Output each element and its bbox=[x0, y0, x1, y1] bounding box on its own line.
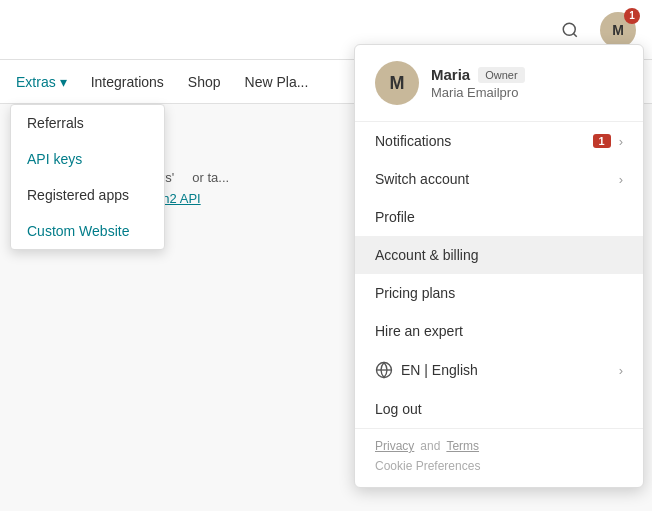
extras-dropdown: Referrals API keys Registered apps Custo… bbox=[10, 104, 165, 250]
menu-hire-expert[interactable]: Hire an expert bbox=[355, 312, 643, 350]
svg-point-0 bbox=[563, 23, 575, 35]
globe-icon bbox=[375, 361, 393, 379]
extras-registered-apps[interactable]: Registered apps bbox=[11, 177, 164, 213]
menu-account-billing[interactable]: Account & billing bbox=[355, 236, 643, 274]
panel-footer: Privacy and Terms Cookie Preferences bbox=[355, 428, 643, 487]
tab-new-plan[interactable]: New Pla... bbox=[245, 74, 309, 90]
notifications-count-badge: 1 bbox=[593, 134, 611, 148]
menu-profile[interactable]: Profile bbox=[355, 198, 643, 236]
footer-links: Privacy and Terms bbox=[375, 439, 623, 453]
privacy-link[interactable]: Privacy bbox=[375, 439, 414, 453]
user-panel-avatar: M bbox=[375, 61, 419, 105]
tab-extras[interactable]: Extras ▾ bbox=[16, 70, 67, 94]
user-name: Maria bbox=[431, 66, 470, 83]
user-panel: M Maria Owner Maria Emailpro Notificatio… bbox=[354, 44, 644, 488]
menu-notifications[interactable]: Notifications 1 › bbox=[355, 122, 643, 160]
user-avatar-button[interactable]: M 1 bbox=[600, 12, 636, 48]
chevron-right-icon: › bbox=[619, 363, 623, 378]
chevron-right-icon: › bbox=[619, 134, 623, 149]
terms-link[interactable]: Terms bbox=[446, 439, 479, 453]
tab-shop[interactable]: Shop bbox=[188, 74, 221, 90]
menu-pricing-plans[interactable]: Pricing plans bbox=[355, 274, 643, 312]
search-button[interactable] bbox=[552, 12, 588, 48]
extras-referrals[interactable]: Referrals bbox=[11, 105, 164, 141]
chevron-down-icon: ▾ bbox=[60, 74, 67, 90]
user-email: Maria Emailpro bbox=[431, 85, 525, 100]
menu-switch-account[interactable]: Switch account › bbox=[355, 160, 643, 198]
menu-logout[interactable]: Log out bbox=[355, 390, 643, 428]
chevron-right-icon: › bbox=[619, 172, 623, 187]
owner-badge: Owner bbox=[478, 67, 524, 83]
extras-api-keys[interactable]: API keys bbox=[11, 141, 164, 177]
tab-integrations[interactable]: Integrations bbox=[91, 74, 164, 90]
cookie-preferences-link[interactable]: Cookie Preferences bbox=[375, 459, 623, 473]
user-panel-header: M Maria Owner Maria Emailpro bbox=[355, 45, 643, 122]
extras-custom-website[interactable]: Custom Website bbox=[11, 213, 164, 249]
avatar-label: M bbox=[612, 22, 624, 38]
user-name-row: Maria Owner bbox=[431, 66, 525, 83]
notification-badge: 1 bbox=[624, 8, 640, 24]
menu-language[interactable]: EN | English › bbox=[355, 350, 643, 390]
user-info: Maria Owner Maria Emailpro bbox=[431, 66, 525, 100]
svg-line-1 bbox=[573, 33, 576, 36]
